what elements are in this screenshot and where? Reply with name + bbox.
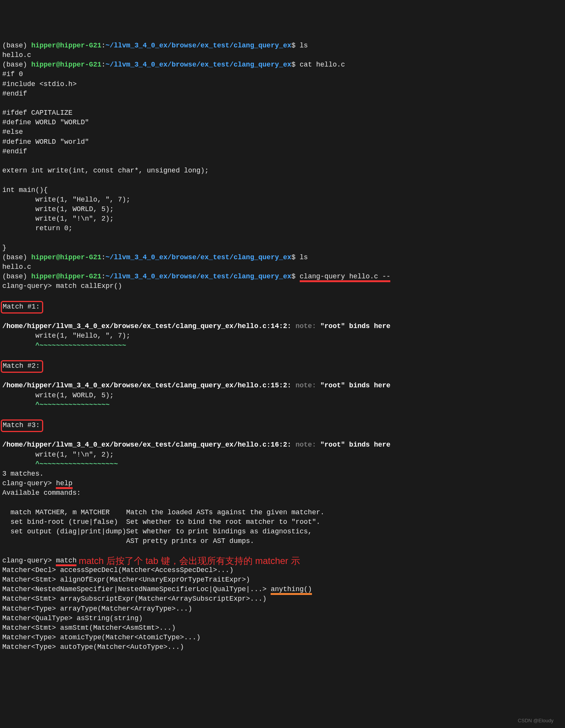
match-caret: ^~~~~~~~~~~~~~~~~~~~~~	[2, 342, 126, 349]
matcher-line: Matcher<Type> arrayType(Matcher<ArrayTyp…	[2, 605, 192, 613]
cmd-cat[interactable]: cat hello.c	[300, 61, 345, 68]
note-label: note:	[295, 382, 316, 389]
src-line: return 0;	[2, 224, 73, 232]
match-path: /home/hipper/llvm_3_4_0_ex/browse/ex_tes…	[2, 441, 295, 448]
src-line: #include <stdio.h>	[2, 80, 76, 88]
matcher-line: Matcher<Type> autoType(Matcher<AutoType>…	[2, 643, 184, 651]
match-caret: ^~~~~~~~~~~~~~~~~~~~	[2, 460, 118, 468]
src-line: #ifdef CAPITALIZE	[2, 109, 73, 117]
matcher-line: Matcher<NestedNameSpecifier|NestedNameSp…	[2, 585, 312, 595]
matcher-line: Matcher<Decl> accessSpecDecl(Matcher<Acc…	[2, 566, 234, 574]
src-line: #define WORLD "world"	[2, 138, 89, 146]
match-header-3: Match #3:	[1, 419, 43, 432]
note-text: "root" binds here	[316, 382, 390, 389]
cq-match-line: clang-query> matchmatch 后按了个 tab 键，会出现所有…	[2, 557, 76, 564]
matcher-line: Matcher<QualType> asString(string)	[2, 614, 143, 622]
terminal-output: (base) hipper@hipper-G21:~/llvm_3_4_0_ex…	[2, 41, 563, 652]
src-line: extern int write(int, const char*, unsig…	[2, 167, 209, 174]
match-caret: ^~~~~~~~~~~~~~~~~~	[2, 401, 110, 409]
cq-prompt: clang-query>	[2, 282, 56, 290]
cmd-ls[interactable]: ls	[300, 253, 308, 261]
cmd-ls[interactable]: ls	[300, 42, 308, 49]
help-row: set output (diag|print|dump)Set whether …	[2, 528, 312, 535]
prompt-line: (base) hipper@hipper-G21:~/llvm_3_4_0_ex…	[2, 42, 308, 49]
src-line: #if 0	[2, 70, 23, 78]
prompt-line: (base) hipper@hipper-G21:~/llvm_3_4_0_ex…	[2, 253, 308, 261]
matcher-line: Matcher<Stmt> alignOfExpr(Matcher<UnaryE…	[2, 576, 250, 583]
note-label: note:	[295, 322, 316, 330]
matcher-line: Matcher<Type> atomicType(Matcher<AtomicT…	[2, 634, 200, 641]
src-line: write(1, "Hello, ", 7);	[2, 196, 130, 203]
src-line: #define WORLD "WORLD"	[2, 119, 89, 126]
match-header-2: Match #2:	[1, 360, 43, 373]
help-row: set bind-root (true|false) Set whether t…	[2, 518, 320, 526]
help-header: Available commands:	[2, 489, 81, 497]
match-count: 3 matches.	[2, 470, 44, 478]
match-code: write(1, "!\n", 2);	[2, 451, 114, 458]
note-label: note:	[295, 441, 316, 448]
prompt-line: (base) hipper@hipper-G21:~/llvm_3_4_0_ex…	[2, 61, 345, 68]
ls-output: hello.c	[2, 51, 31, 59]
ls-output: hello.c	[2, 263, 31, 271]
src-line: }	[2, 244, 6, 252]
match-path: /home/hipper/llvm_3_4_0_ex/browse/ex_tes…	[2, 322, 295, 330]
note-text: "root" binds here	[316, 322, 390, 330]
cmd-clang-query[interactable]: clang-query hello.c --	[300, 273, 391, 282]
src-line: write(1, WORLD, 5);	[2, 205, 114, 213]
match-path: /home/hipper/llvm_3_4_0_ex/browse/ex_tes…	[2, 382, 295, 389]
matcher-line: Matcher<Stmt> arraySubscriptExpr(Matcher…	[2, 595, 266, 603]
src-line: #endif	[2, 90, 27, 98]
cq-cmd-match[interactable]: match	[56, 557, 76, 566]
cq-cmd-help[interactable]: help	[56, 479, 72, 489]
matcher-line: Matcher<Stmt> asmStmt(Matcher<AsmStmt>..…	[2, 624, 176, 632]
cq-prompt: clang-query>	[2, 479, 56, 487]
src-line: #endif	[2, 148, 27, 155]
note-text: "root" binds here	[316, 441, 390, 448]
match-code: write(1, "Hello, ", 7);	[2, 332, 130, 340]
annotation-text: match 后按了个 tab 键，会出现所有支持的 matcher 示	[79, 554, 300, 567]
anything-matcher: anything()	[271, 585, 312, 595]
watermark: CSDN @Eloudy	[518, 717, 554, 722]
cq-prompt: clang-query>	[2, 557, 56, 564]
help-row: match MATCHER, m MATCHER Match the loade…	[2, 509, 325, 516]
src-line: #else	[2, 128, 23, 136]
cq-cmd-match[interactable]: match callExpr()	[56, 282, 122, 290]
match-code: write(1, WORLD, 5);	[2, 392, 114, 399]
match-header-1: Match #1:	[1, 301, 43, 314]
src-line: int main(){	[2, 186, 48, 194]
src-line: write(1, "!\n", 2);	[2, 215, 114, 223]
help-row: AST pretty prints or AST dumps.	[2, 537, 254, 545]
prompt-line: (base) hipper@hipper-G21:~/llvm_3_4_0_ex…	[2, 273, 390, 282]
